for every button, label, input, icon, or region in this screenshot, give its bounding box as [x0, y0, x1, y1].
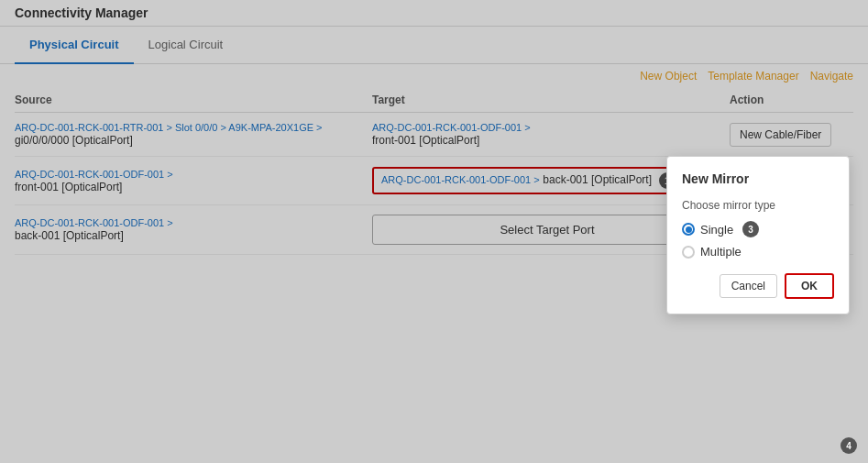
mirror-type-radio-group: Single 3 Multiple [682, 221, 834, 259]
modal-title: New Mirror [682, 171, 834, 186]
modal-footer: Cancel OK [682, 273, 834, 299]
new-mirror-modal: New Mirror Choose mirror type Single 3 M… [666, 156, 850, 314]
radio-single[interactable]: Single 3 [682, 221, 834, 237]
radio-single-label: Single [700, 223, 733, 237]
step4-badge: 4 [841, 437, 857, 454]
radio-multiple-label: Multiple [700, 245, 742, 259]
ok-button[interactable]: OK [785, 273, 834, 299]
radio-multiple-circle [682, 246, 695, 259]
choose-mirror-type-label: Choose mirror type [682, 199, 834, 212]
cancel-button[interactable]: Cancel [720, 274, 777, 298]
step3-badge: 3 [742, 221, 759, 237]
radio-single-circle [682, 223, 695, 236]
radio-multiple[interactable]: Multiple [682, 245, 834, 259]
